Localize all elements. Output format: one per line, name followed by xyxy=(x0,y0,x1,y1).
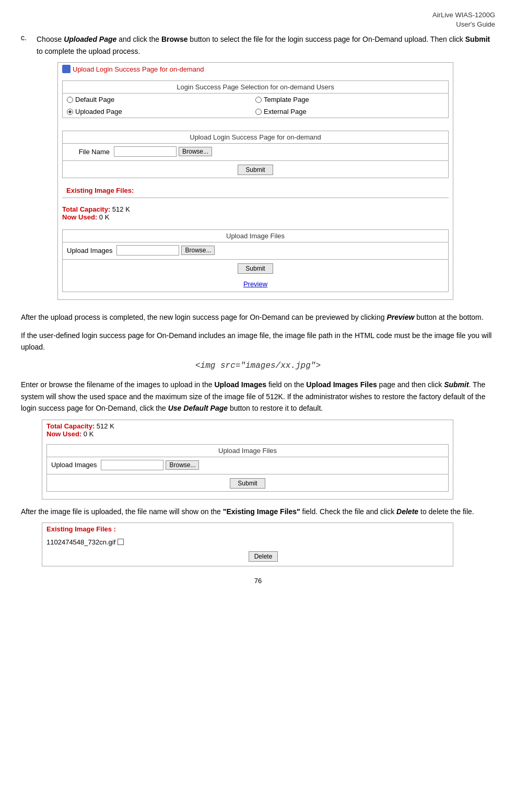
body-para-1: After the upload process is completed, t… xyxy=(21,311,495,323)
existing-files-panel: Existing Image Files : 1102474548_732cn.… xyxy=(42,523,453,566)
file-checkbox[interactable] xyxy=(118,539,124,545)
upload-images-label: Upload Images xyxy=(67,247,116,254)
selection-panel-title: Login Success Page Selection for on-dema… xyxy=(63,81,448,94)
existing-label: Existing Image Files: xyxy=(62,184,449,196)
submit-ref: Submit xyxy=(465,35,490,43)
code-text: <img src="images/xx.jpg"> xyxy=(195,361,321,370)
radio-default-page[interactable]: Default Page xyxy=(67,96,255,103)
upload-images-title: Upload Image Files xyxy=(63,230,448,242)
second-now-used-value: 0 K xyxy=(84,430,94,438)
second-upload-images-title: Upload Image Files xyxy=(47,445,448,457)
radio-row-1: Default Page Template Page xyxy=(63,94,448,106)
submit-row: Submit xyxy=(63,162,448,178)
second-upload-images-label: Upload Images xyxy=(51,461,101,469)
now-used-label: Now Used: xyxy=(62,213,97,221)
preview-ref: Preview xyxy=(386,313,414,321)
upload-images-ref: Upload Images xyxy=(214,380,266,389)
upload-submit-row: Submit xyxy=(63,261,448,276)
second-capacity-label: Total Capacity: xyxy=(46,422,95,430)
radio-template-page[interactable]: Template Page xyxy=(255,96,444,103)
radio-row-2: Uploaded Page External Page xyxy=(63,106,448,118)
existing-files-panel-title: Existing Image Files : xyxy=(46,525,116,533)
file-name-label: File Name xyxy=(67,148,114,156)
second-upload-images-input[interactable] xyxy=(101,460,163,470)
step-label: c. xyxy=(21,33,37,305)
step-text: Choose Uploaded Page and click the Brows… xyxy=(37,33,495,57)
preview-link[interactable]: Preview xyxy=(65,279,445,289)
second-upload-images-panel: Upload Image Files Upload Images Browse.… xyxy=(46,444,449,492)
radio-default-label: Default Page xyxy=(75,96,114,103)
existing-files-ref: "Existing Image Files" xyxy=(223,507,300,516)
capacity-block: Total Capacity: 512 K Now Used: 0 K xyxy=(58,203,453,223)
existing-files-section: 1102474548_732cn.gif Delete xyxy=(42,535,453,566)
second-capacity-value: 512 K xyxy=(97,422,114,430)
grid-icon xyxy=(62,65,71,73)
selection-panel: Login Success Page Selection for on-dema… xyxy=(62,80,449,118)
use-default-ref: Use Default Page xyxy=(168,404,228,412)
header-line1: AirLive WIAS-1200G xyxy=(432,11,495,19)
upload-subpanel: Upload Login Success Page for on-demand … xyxy=(62,131,449,178)
second-now-used-label: Now Used: xyxy=(46,430,81,438)
upload-images-files-ref: Upload Images Files xyxy=(306,380,377,389)
second-upload-images-row: Upload Images Browse... xyxy=(47,457,448,473)
second-submit-button[interactable]: Submit xyxy=(230,478,265,489)
upload-images-row: Upload Images Browse... xyxy=(63,242,448,258)
upload-images-panel: Upload Image Files Upload Images Browse.… xyxy=(62,229,449,292)
preview-row: Preview xyxy=(63,276,448,292)
body-para-4: After the image file is uploaded, the fi… xyxy=(21,506,495,517)
radio-default-icon xyxy=(67,97,73,103)
radio-external-label: External Page xyxy=(264,108,307,115)
now-used-value: 0 K xyxy=(99,213,110,221)
file-name-input[interactable] xyxy=(114,146,177,157)
page-num-text: 76 xyxy=(254,577,262,585)
body-para-2: If the user-defined login success page f… xyxy=(21,330,495,353)
panel-header-area: Upload Login Success Page for on-demand xyxy=(58,63,453,76)
code-example: <img src="images/xx.jpg"> xyxy=(21,361,495,370)
radio-uploaded-label: Uploaded Page xyxy=(75,108,122,115)
existing-filename: 1102474548_732cn.gif xyxy=(46,538,115,546)
filename-row: File Name Browse... xyxy=(63,144,448,159)
radio-external-icon xyxy=(255,109,262,115)
upload-header-text: Upload Login Success Page for on-demand xyxy=(73,65,204,73)
second-upload-panel: Total Capacity: 512 K Now Used: 0 K Uplo… xyxy=(42,420,453,500)
existing-files-title-area: Existing Image Files : xyxy=(42,523,453,535)
second-browse-button[interactable]: Browse... xyxy=(166,460,199,470)
browse-button[interactable]: Browse... xyxy=(179,147,212,156)
existing-files-area: Existing Image Files: xyxy=(58,182,453,198)
upload-images-input[interactable] xyxy=(116,245,179,256)
header-line2: User's Guide xyxy=(456,20,495,28)
body-para-3: Enter or browse the filename of the imag… xyxy=(21,379,495,414)
upload-header-link[interactable]: Upload Login Success Page for on-demand xyxy=(62,65,449,73)
upload-browse-button[interactable]: Browse... xyxy=(181,246,215,255)
submit-button[interactable]: Submit xyxy=(238,165,273,175)
radio-template-icon xyxy=(255,97,262,103)
radio-external-page[interactable]: External Page xyxy=(255,108,444,115)
second-capacity-block: Total Capacity: 512 K Now Used: 0 K xyxy=(42,420,453,440)
radio-template-label: Template Page xyxy=(264,96,309,103)
upload-subpanel-title: Upload Login Success Page for on-demand xyxy=(63,131,448,144)
step-c: c. Choose Uploaded Page and click the Br… xyxy=(21,33,495,305)
upload-submit-button[interactable]: Submit xyxy=(238,263,273,274)
page-header: AirLive WIAS-1200G User's Guide xyxy=(21,10,495,29)
upload-login-panel: Upload Login Success Page for on-demand … xyxy=(57,62,453,300)
step-content: Choose Uploaded Page and click the Brows… xyxy=(37,33,495,305)
delete-ref: Delete xyxy=(396,507,418,516)
capacity-value: 512 K xyxy=(112,205,130,213)
capacity-label: Total Capacity: xyxy=(62,205,110,213)
delete-button[interactable]: Delete xyxy=(249,551,278,562)
radio-uploaded-icon xyxy=(67,109,73,115)
existing-file-row: 1102474548_732cn.gif xyxy=(46,537,449,547)
uploaded-page-ref: Uploaded Page xyxy=(64,35,116,43)
submit-ref-2: Submit xyxy=(444,380,468,389)
browse-ref: Browse xyxy=(161,35,188,43)
second-submit-row: Submit xyxy=(47,475,448,491)
page-number: 76 xyxy=(21,577,495,585)
radio-uploaded-page[interactable]: Uploaded Page xyxy=(67,108,255,115)
